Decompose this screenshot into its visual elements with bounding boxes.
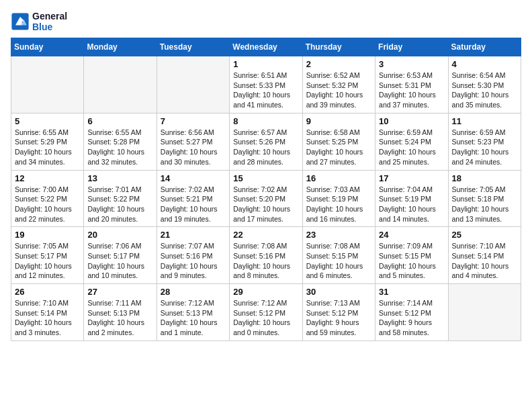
calendar-cell: 29Sunrise: 7:12 AM Sunset: 5:12 PM Dayli… bbox=[230, 284, 302, 341]
calendar-week-row: 5Sunrise: 6:55 AM Sunset: 5:29 PM Daylig… bbox=[11, 113, 521, 170]
day-info: Sunrise: 6:59 AM Sunset: 5:24 PM Dayligh… bbox=[379, 128, 444, 167]
day-info: Sunrise: 6:55 AM Sunset: 5:29 PM Dayligh… bbox=[15, 128, 80, 167]
day-info: Sunrise: 7:05 AM Sunset: 5:17 PM Dayligh… bbox=[15, 241, 80, 281]
day-number: 16 bbox=[306, 173, 371, 183]
calendar-cell: 27Sunrise: 7:11 AM Sunset: 5:13 PM Dayli… bbox=[84, 284, 157, 341]
day-info: Sunrise: 6:54 AM Sunset: 5:30 PM Dayligh… bbox=[452, 71, 517, 110]
day-number: 8 bbox=[233, 116, 298, 126]
day-number: 26 bbox=[15, 287, 80, 297]
calendar-cell: 7Sunrise: 6:56 AM Sunset: 5:27 PM Daylig… bbox=[157, 113, 229, 170]
day-number: 22 bbox=[233, 230, 298, 240]
calendar-cell: 5Sunrise: 6:55 AM Sunset: 5:29 PM Daylig… bbox=[11, 113, 84, 170]
calendar-cell: 26Sunrise: 7:10 AM Sunset: 5:14 PM Dayli… bbox=[11, 284, 84, 341]
day-info: Sunrise: 7:00 AM Sunset: 5:22 PM Dayligh… bbox=[15, 185, 80, 224]
day-number: 27 bbox=[87, 287, 152, 297]
calendar-cell: 25Sunrise: 7:10 AM Sunset: 5:14 PM Dayli… bbox=[448, 227, 521, 284]
day-info: Sunrise: 7:12 AM Sunset: 5:13 PM Dayligh… bbox=[161, 298, 226, 338]
day-number: 3 bbox=[379, 59, 444, 69]
day-info: Sunrise: 7:04 AM Sunset: 5:19 PM Dayligh… bbox=[379, 185, 444, 224]
day-number: 18 bbox=[452, 173, 517, 183]
day-info: Sunrise: 7:07 AM Sunset: 5:16 PM Dayligh… bbox=[161, 241, 226, 281]
calendar-cell: 15Sunrise: 7:02 AM Sunset: 5:20 PM Dayli… bbox=[230, 170, 302, 227]
day-info: Sunrise: 7:06 AM Sunset: 5:17 PM Dayligh… bbox=[87, 241, 152, 281]
calendar-cell: 21Sunrise: 7:07 AM Sunset: 5:16 PM Dayli… bbox=[157, 227, 229, 284]
calendar-week-row: 26Sunrise: 7:10 AM Sunset: 5:14 PM Dayli… bbox=[11, 284, 521, 341]
day-of-week-header: Saturday bbox=[448, 38, 521, 56]
calendar-cell: 11Sunrise: 6:59 AM Sunset: 5:23 PM Dayli… bbox=[448, 113, 521, 170]
calendar-week-row: 12Sunrise: 7:00 AM Sunset: 5:22 PM Dayli… bbox=[11, 170, 521, 227]
calendar-table: SundayMondayTuesdayWednesdayThursdayFrid… bbox=[11, 38, 521, 341]
day-number: 6 bbox=[87, 116, 152, 126]
calendar-cell: 19Sunrise: 7:05 AM Sunset: 5:17 PM Dayli… bbox=[11, 227, 84, 284]
calendar-cell: 12Sunrise: 7:00 AM Sunset: 5:22 PM Dayli… bbox=[11, 170, 84, 227]
calendar-cell: 16Sunrise: 7:03 AM Sunset: 5:19 PM Dayli… bbox=[302, 170, 375, 227]
calendar-week-row: 1Sunrise: 6:51 AM Sunset: 5:33 PM Daylig… bbox=[11, 56, 521, 113]
day-number: 4 bbox=[452, 59, 517, 69]
calendar-week-row: 19Sunrise: 7:05 AM Sunset: 5:17 PM Dayli… bbox=[11, 227, 521, 284]
day-number: 7 bbox=[161, 116, 226, 126]
day-number: 5 bbox=[15, 116, 80, 126]
day-number: 1 bbox=[233, 59, 298, 69]
day-of-week-header: Sunday bbox=[11, 38, 84, 56]
day-number: 2 bbox=[306, 59, 371, 69]
day-info: Sunrise: 7:13 AM Sunset: 5:12 PM Dayligh… bbox=[306, 298, 371, 338]
day-info: Sunrise: 7:03 AM Sunset: 5:19 PM Dayligh… bbox=[306, 185, 371, 224]
calendar-cell: 13Sunrise: 7:01 AM Sunset: 5:22 PM Dayli… bbox=[84, 170, 157, 227]
day-number: 21 bbox=[161, 230, 226, 240]
day-number: 19 bbox=[15, 230, 80, 240]
day-info: Sunrise: 7:09 AM Sunset: 5:15 PM Dayligh… bbox=[379, 241, 444, 281]
day-number: 17 bbox=[379, 173, 444, 183]
logo: General Blue bbox=[11, 11, 67, 32]
calendar-cell: 6Sunrise: 6:55 AM Sunset: 5:28 PM Daylig… bbox=[84, 113, 157, 170]
day-number: 30 bbox=[306, 287, 371, 297]
calendar-cell: 28Sunrise: 7:12 AM Sunset: 5:13 PM Dayli… bbox=[157, 284, 229, 341]
calendar-cell: 30Sunrise: 7:13 AM Sunset: 5:12 PM Dayli… bbox=[302, 284, 375, 341]
calendar-cell: 2Sunrise: 6:52 AM Sunset: 5:32 PM Daylig… bbox=[302, 56, 375, 113]
calendar-cell: 23Sunrise: 7:08 AM Sunset: 5:15 PM Dayli… bbox=[302, 227, 375, 284]
day-info: Sunrise: 7:11 AM Sunset: 5:13 PM Dayligh… bbox=[87, 298, 152, 338]
day-of-week-header: Monday bbox=[84, 38, 157, 56]
calendar-cell: 9Sunrise: 6:58 AM Sunset: 5:25 PM Daylig… bbox=[302, 113, 375, 170]
calendar-cell: 20Sunrise: 7:06 AM Sunset: 5:17 PM Dayli… bbox=[84, 227, 157, 284]
day-info: Sunrise: 6:58 AM Sunset: 5:25 PM Dayligh… bbox=[306, 128, 371, 167]
day-of-week-header: Thursday bbox=[302, 38, 375, 56]
header: General Blue bbox=[11, 11, 521, 32]
day-number: 23 bbox=[306, 230, 371, 240]
calendar-cell bbox=[157, 56, 229, 113]
calendar-cell: 3Sunrise: 6:53 AM Sunset: 5:31 PM Daylig… bbox=[375, 56, 448, 113]
day-number: 10 bbox=[379, 116, 444, 126]
day-number: 14 bbox=[161, 173, 226, 183]
day-number: 9 bbox=[306, 116, 371, 126]
calendar-cell: 17Sunrise: 7:04 AM Sunset: 5:19 PM Dayli… bbox=[375, 170, 448, 227]
day-number: 15 bbox=[233, 173, 298, 183]
day-number: 24 bbox=[379, 230, 444, 240]
day-info: Sunrise: 6:57 AM Sunset: 5:26 PM Dayligh… bbox=[233, 128, 298, 167]
calendar-cell: 8Sunrise: 6:57 AM Sunset: 5:26 PM Daylig… bbox=[230, 113, 302, 170]
day-number: 28 bbox=[161, 287, 226, 297]
day-number: 20 bbox=[87, 230, 152, 240]
calendar-cell: 1Sunrise: 6:51 AM Sunset: 5:33 PM Daylig… bbox=[230, 56, 302, 113]
calendar-cell bbox=[11, 56, 84, 113]
day-info: Sunrise: 7:08 AM Sunset: 5:16 PM Dayligh… bbox=[233, 241, 298, 281]
day-info: Sunrise: 6:59 AM Sunset: 5:23 PM Dayligh… bbox=[452, 128, 517, 167]
day-number: 13 bbox=[87, 173, 152, 183]
calendar-cell: 4Sunrise: 6:54 AM Sunset: 5:30 PM Daylig… bbox=[448, 56, 521, 113]
calendar-cell: 31Sunrise: 7:14 AM Sunset: 5:12 PM Dayli… bbox=[375, 284, 448, 341]
day-info: Sunrise: 6:52 AM Sunset: 5:32 PM Dayligh… bbox=[306, 71, 371, 110]
calendar-cell: 24Sunrise: 7:09 AM Sunset: 5:15 PM Dayli… bbox=[375, 227, 448, 284]
day-info: Sunrise: 7:02 AM Sunset: 5:21 PM Dayligh… bbox=[161, 185, 226, 224]
day-of-week-header: Friday bbox=[375, 38, 448, 56]
calendar-cell: 14Sunrise: 7:02 AM Sunset: 5:21 PM Dayli… bbox=[157, 170, 229, 227]
day-number: 31 bbox=[379, 287, 444, 297]
calendar-cell: 10Sunrise: 6:59 AM Sunset: 5:24 PM Dayli… bbox=[375, 113, 448, 170]
day-info: Sunrise: 7:08 AM Sunset: 5:15 PM Dayligh… bbox=[306, 241, 371, 281]
day-number: 12 bbox=[15, 173, 80, 183]
logo-icon bbox=[11, 12, 30, 31]
day-info: Sunrise: 7:01 AM Sunset: 5:22 PM Dayligh… bbox=[87, 185, 152, 224]
day-number: 11 bbox=[452, 116, 517, 126]
calendar-cell bbox=[448, 284, 521, 341]
day-info: Sunrise: 7:02 AM Sunset: 5:20 PM Dayligh… bbox=[233, 185, 298, 224]
day-info: Sunrise: 7:12 AM Sunset: 5:12 PM Dayligh… bbox=[233, 298, 298, 338]
day-info: Sunrise: 7:10 AM Sunset: 5:14 PM Dayligh… bbox=[452, 241, 517, 281]
calendar-header-row: SundayMondayTuesdayWednesdayThursdayFrid… bbox=[11, 38, 521, 56]
